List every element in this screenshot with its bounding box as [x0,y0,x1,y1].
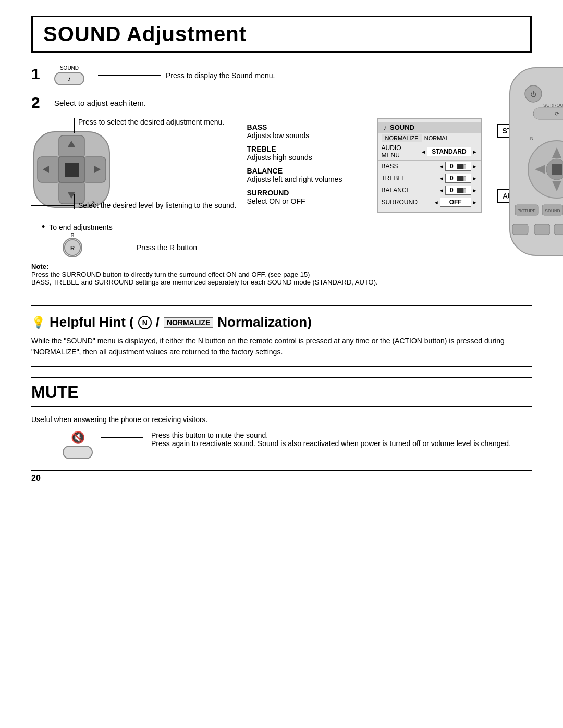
step1-row: SOUND ♪ Press to display the Sound menu. [54,65,499,85]
mute-oval-button [63,446,93,459]
step2-instruction: Select to adjust each item. [54,98,146,107]
r-button-circle: R R [63,238,82,257]
tbar-seg-2 [460,176,463,181]
surround-desc: Select ON or OFF [247,197,362,205]
svg-text:R: R [70,245,75,251]
bass-menu-val-area: ◄ 0 [439,162,478,171]
surround-menu-label: SURROUND [382,199,434,206]
mute-icon: 🔇 [71,431,85,445]
n-circle: N [138,316,152,329]
bbar-seg-3 [463,188,466,193]
tri-right-treble: ► [472,176,478,181]
bulb-icon: 💡 [31,316,45,329]
surround-menu-val-area: ◄ OFF ► [434,198,478,207]
helpful-hint-body: While the "SOUND" menu is displayed, if … [31,336,532,357]
note-section: Note: Press the SURROUND button to direc… [31,263,499,286]
page-number: 20 [31,474,41,483]
balance-menu-label: BALANCE [382,187,439,194]
bullet-row: • To end adjustments [42,221,499,232]
svg-rect-2 [59,180,84,204]
normalize-row: NORMALIZE NORMAL [378,133,481,143]
svg-text:SURROUND: SURROUND [543,103,563,108]
step2-header: 2 Select to adjust each item. [31,94,499,112]
step1-content: SOUND ♪ Press to display the Sound menu. [54,65,499,89]
mute-button-illustration: 🔇 [63,431,93,459]
balance-title: BALANCE [247,167,362,175]
tri-left-bass: ◄ [439,164,444,169]
page-footer: 20 [31,470,532,483]
tri-right-audio: ► [472,149,478,155]
mute-line [101,437,143,438]
page-title: SOUND Adjustment [43,22,520,46]
bass-title: BASS [247,123,362,131]
audio-menu-val-area: ◄ STANDARD ► [421,147,477,156]
main-content-row: 1 SOUND ♪ Press to displ [31,65,532,294]
balance-bar [457,188,466,193]
mute-intro: Useful when answering the phone or recei… [31,415,532,424]
svg-text:SOUND: SOUND [545,208,560,213]
bass-menu-label: BASS [382,163,439,170]
tbar-seg-1 [457,176,460,181]
normalize-inline-btn: NORMALIZE [164,317,213,328]
mute-title: MUTE [31,382,79,401]
mute-instruction1: Press this button to mute the sound. [151,431,511,439]
surround-label-item: SURROUND Select ON or OFF [247,189,362,205]
r-button-line [90,248,131,248]
bar-seg-1 [457,164,460,169]
main-title-box: SOUND Adjustment [31,16,532,53]
treble-menu-val: 0 [445,174,471,183]
helpful-hint-section: 💡 Helpful Hint ( N / NORMALIZE Normaliza… [31,305,532,367]
desc2-vert-line [74,194,75,209]
svg-text:N: N [530,135,534,141]
surround-title: SURROUND [247,189,362,197]
desc1-vert-line [74,118,75,133]
svg-text:⏻: ⏻ [530,91,536,98]
r-small-label: R [71,232,75,238]
bullet-dot: • [42,221,45,232]
bass-menu-row: BASS ◄ 0 [378,161,481,172]
slash-separator: / [156,314,160,330]
tri-right-balance: ► [472,188,478,193]
bass-desc: Adjusts low sounds [247,131,362,140]
dpad-svg: ↗ [31,129,112,210]
helpful-title-text: Helpful Hint ( [50,314,134,330]
treble-menu-val-area: ◄ 0 [439,174,478,183]
desc1-row: Press to select the desired adjustment m… [31,118,237,126]
treble-menu-row: TREBLE ◄ 0 [378,172,481,184]
labels-column: BASS Adjusts low sounds TREBLE Adjusts h… [247,118,362,211]
step1-number: 1 [31,65,46,83]
dpad-section: Press to select the desired adjustment m… [31,118,237,209]
tri-right-surround: ► [472,200,478,205]
sound-oval-button: ♪ [54,72,84,85]
note-line2: BASS, TREBLE and SURROUND settings are m… [31,278,499,286]
tri-left-balance: ◄ [439,188,444,193]
svg-rect-52 [534,224,550,235]
tri-left-treble: ◄ [439,176,444,181]
sound-menu-title: ♪ SOUND [378,122,481,133]
desc1-horiz-line [31,122,74,122]
audio-menu-row: AUDIO MENU ◄ STANDARD ► [378,143,481,161]
remote-control-svg: ⏻ INPUT SURROUND ⟳ 🔇 VOL − + N [505,65,563,258]
svg-text:PICTURE: PICTURE [518,208,536,213]
balance-menu-row: BALANCE ◄ 0 [378,184,481,196]
bass-label-item: BASS Adjusts low sounds [247,123,362,140]
sound-menu-box: ♪ SOUND NORMALIZE NORMAL A [377,118,482,213]
surround-menu-row: SURROUND ◄ OFF ► [378,196,481,208]
helpful-hint-title: 💡 Helpful Hint ( N / NORMALIZE Normaliza… [31,314,532,330]
r-button-svg: R [63,239,82,256]
tri-left-audio: ◄ [421,149,426,155]
svg-rect-50 [512,224,528,235]
horizontal-line [98,75,161,76]
svg-rect-54 [554,224,563,235]
bbar-seg-1 [457,188,460,193]
note-title-text: Note: [31,263,48,270]
remote-panel: ⏻ INPUT SURROUND ⟳ 🔇 VOL − + N [505,65,563,260]
bullet-section: • To end adjustments [42,221,499,232]
treble-title: TREBLE [247,145,362,153]
mute-text-column: Press this button to mute the sound. Pre… [151,431,511,448]
mute-button-row: 🔇 Press this button to mute the sound. P… [63,431,532,459]
mute-section: MUTE Useful when answering the phone or … [31,377,532,459]
desc1-text: Press to select the desired adjustment m… [78,118,224,126]
bar-seg-2 [460,164,463,169]
treble-bar [457,176,466,181]
